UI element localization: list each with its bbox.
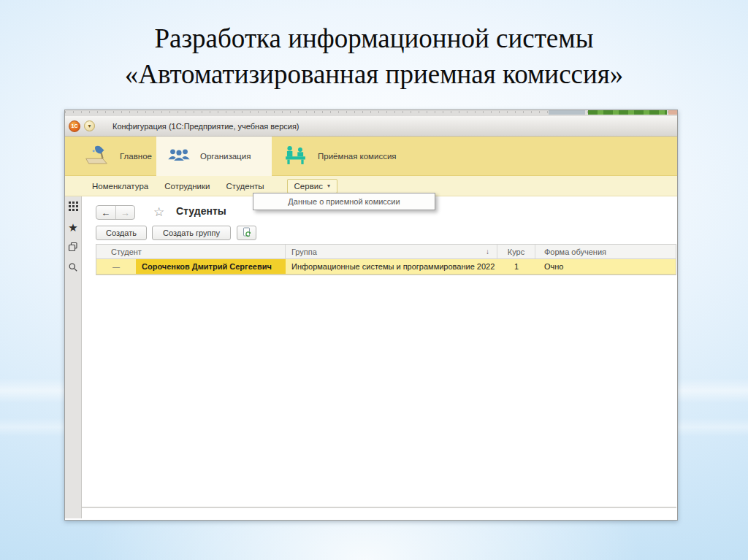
form-content-area: ← → ☆ Студенты Создать Создать группу <box>82 196 676 508</box>
cell-group[interactable]: Информационные системы и программировани… <box>286 259 497 274</box>
favorite-star-button[interactable]: ☆ <box>153 204 164 220</box>
sliver-fragment <box>668 110 677 115</box>
column-header-form[interactable]: Форма обучения <box>535 245 674 258</box>
tab-glavnoe[interactable]: Главное <box>72 137 156 176</box>
tab-organizatsiya[interactable]: Организация <box>156 137 272 176</box>
menu-item-nomenklatura[interactable]: Номенклатура <box>91 179 150 193</box>
app-window: 1С ▾ Конфигурация (1С:Предприятие, учебн… <box>64 110 678 521</box>
slide-title: Разработка информационной системы «Автом… <box>0 20 748 92</box>
create-button[interactable]: Создать <box>96 226 147 240</box>
reception-desk-icon <box>282 145 309 168</box>
sort-descending-icon: ↓ <box>486 248 489 256</box>
column-header-label: Группа <box>291 248 317 256</box>
column-header-label: Студент <box>111 248 142 256</box>
page-title: Студенты <box>176 205 226 217</box>
students-table: Студент Группа ↓ Курс Форма обучения <box>96 244 676 275</box>
table-header-row: Студент Группа ↓ Курс Форма обучения <box>96 245 676 259</box>
sliver-fragment <box>588 110 667 115</box>
sidebar-item-history[interactable] <box>68 243 78 253</box>
column-header-course[interactable]: Курс <box>497 245 535 258</box>
window-titlebar: 1С ▾ Конфигурация (1С:Предприятие, учебн… <box>65 116 677 137</box>
sliver-fragment <box>549 110 585 115</box>
background-window-sliver <box>65 110 677 116</box>
column-header-label: Курс <box>508 248 524 256</box>
column-header-label: Форма обучения <box>544 248 606 256</box>
cell-form[interactable]: Очно <box>535 259 674 274</box>
menu-button-servis[interactable]: Сервис ▾ <box>287 179 337 193</box>
column-header-student[interactable]: Студент <box>96 245 286 258</box>
row-marker-icon: — <box>96 259 136 274</box>
sidebar-item-search[interactable] <box>68 264 78 274</box>
desk-lamp-icon <box>82 145 111 169</box>
menu-button-servis-label: Сервис <box>294 182 323 191</box>
navigation-buttons: ← → <box>96 205 135 220</box>
tab-priemnaya-komissiya[interactable]: Приёмная комиссия <box>272 137 447 176</box>
servis-dropdown-menu: Данные о приемной комиссии <box>253 193 435 210</box>
search-icon <box>68 262 78 275</box>
slide-title-line1: Разработка информационной системы <box>0 20 748 56</box>
history-pages-icon <box>68 242 78 255</box>
nav-back-button[interactable]: ← <box>96 206 116 219</box>
sidebar-item-sections-menu[interactable] <box>68 202 78 212</box>
1c-logo-button[interactable]: 1С <box>69 120 80 132</box>
window-title: Конфигурация (1С:Предприятие, учебная ве… <box>112 122 299 131</box>
nav-forward-button[interactable]: → <box>116 206 135 219</box>
tab-label: Приёмная комиссия <box>318 152 397 161</box>
chevron-down-icon: ▾ <box>327 183 330 189</box>
tab-label: Организация <box>200 152 251 161</box>
main-menu-button[interactable]: ▾ <box>84 120 95 131</box>
slide-title-line2: «Автоматизированная приемная комиссия» <box>0 56 748 92</box>
sidebar-item-favorites[interactable]: ★ <box>68 223 78 233</box>
cell-course[interactable]: 1 <box>497 259 535 274</box>
menu-item-studenty[interactable]: Студенты <box>224 179 265 193</box>
document-refresh-icon <box>242 227 252 239</box>
star-icon: ★ <box>68 223 77 233</box>
create-group-button[interactable]: Создать группу <box>152 226 231 240</box>
grid-icon <box>69 201 78 214</box>
tab-label: Главное <box>120 152 152 161</box>
cell-student[interactable]: Сороченков Дмитрий Сергеевич <box>136 259 286 274</box>
dropdown-item-priemnaya-data[interactable]: Данные о приемной комиссии <box>288 197 400 206</box>
people-group-icon <box>167 146 191 167</box>
section-tabs-ribbon: Главное Организация <box>65 137 677 176</box>
window-body: ★ <box>65 196 677 520</box>
table-row[interactable]: — Сороченков Дмитрий Сергеевич Информаци… <box>96 259 676 275</box>
slide-background: Разработка информационной системы «Автом… <box>0 0 748 560</box>
tool-sidebar: ★ <box>65 196 82 518</box>
create-from-template-button[interactable] <box>237 226 256 240</box>
menu-item-sotrudniki[interactable]: Сотрудники <box>163 179 211 193</box>
column-header-group[interactable]: Группа ↓ <box>286 245 497 258</box>
